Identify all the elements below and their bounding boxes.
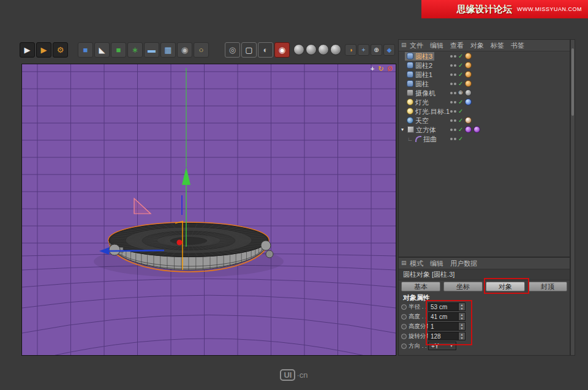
keyframe-dot-icon[interactable] — [401, 324, 407, 329]
enabled-check-icon[interactable] — [458, 72, 463, 78]
camera-icon[interactable]: ◉ — [177, 42, 192, 58]
object-label[interactable]: 灯光.目标.1 — [415, 107, 450, 116]
visibility-dots[interactable] — [450, 129, 456, 131]
camera-target-icon[interactable] — [458, 90, 463, 96]
object-label[interactable]: 扭曲 — [423, 135, 437, 143]
object-label[interactable]: 圆柱2 — [415, 61, 432, 70]
expand-arrow-icon[interactable] — [399, 127, 405, 132]
scrollbar-thumb[interactable] — [571, 48, 574, 116]
keyframe-dot-icon[interactable] — [401, 304, 407, 310]
material-tag-icon[interactable] — [465, 126, 472, 133]
record-icon[interactable]: ◉ — [274, 42, 290, 58]
visibility-dots[interactable] — [450, 119, 456, 122]
object-label[interactable]: 圆柱1 — [415, 70, 432, 79]
menu-view[interactable]: 查看 — [450, 41, 464, 50]
object-row[interactable]: 灯光 — [399, 97, 570, 107]
tab-coord[interactable]: 坐标 — [443, 282, 483, 291]
render-view-icon[interactable]: ▶ — [20, 42, 35, 58]
height-segments-field[interactable] — [428, 322, 459, 331]
snap-icon[interactable]: + — [358, 44, 369, 56]
stepper[interactable] — [459, 332, 466, 340]
render-queue-icon[interactable]: ▶ — [36, 42, 51, 58]
mograph-icon[interactable]: ∗ — [127, 42, 143, 58]
render-region-icon[interactable]: ▢ — [241, 42, 257, 58]
object-label[interactable]: 摄像机 — [415, 89, 435, 97]
axis-lock-icon[interactable]: ⊕ — [371, 44, 382, 56]
enabled-check-icon[interactable] — [458, 108, 463, 114]
enabled-check-icon[interactable] — [458, 118, 463, 124]
phong-tag-icon[interactable] — [465, 62, 472, 69]
protection-tag-icon[interactable] — [465, 89, 472, 96]
orientation-dropdown[interactable]: +Y — [428, 342, 456, 350]
object-row[interactable]: 圆柱1 — [399, 70, 570, 79]
stepper[interactable] — [459, 312, 466, 321]
menu-bookmarks[interactable]: 书签 — [511, 41, 524, 50]
primitive-cube-icon[interactable]: ■ — [78, 42, 93, 58]
object-label[interactable]: 圆柱3 — [415, 52, 432, 61]
object-row[interactable]: 立方体 — [399, 125, 570, 134]
height-field[interactable] — [428, 312, 459, 321]
enabled-check-icon[interactable] — [458, 99, 463, 105]
enabled-check-icon[interactable] — [458, 136, 463, 142]
shading-sphere-icon[interactable] — [293, 44, 304, 55]
object-row[interactable]: 圆柱 — [399, 79, 570, 88]
visibility-dots[interactable] — [450, 83, 456, 85]
move-gizmo-icon[interactable]: + — [371, 65, 374, 73]
tab-caps[interactable]: 封顶 — [528, 282, 567, 291]
display-mode-icon[interactable]: ◐ — [258, 42, 273, 58]
stepper[interactable] — [459, 302, 466, 311]
phong-tag-icon[interactable] — [465, 53, 472, 59]
enabled-check-icon[interactable] — [458, 62, 463, 69]
tab-basic[interactable]: 基本 — [401, 282, 440, 291]
visibility-dots[interactable] — [450, 138, 456, 140]
stepper[interactable] — [459, 322, 466, 331]
ban-gizmo-icon[interactable]: Ø — [387, 65, 393, 73]
menu-edit[interactable]: 编辑 — [430, 41, 443, 50]
menu-tags[interactable]: 标签 — [491, 41, 504, 50]
simulation-icon[interactable]: ▬ — [144, 42, 159, 58]
visibility-dots[interactable] — [450, 101, 456, 103]
enabled-check-icon[interactable] — [458, 81, 463, 87]
pen-tool-icon[interactable]: ◣ — [94, 42, 110, 58]
interactive-render-region-icon[interactable]: ◎ — [225, 42, 240, 58]
rotation-segments-field[interactable] — [428, 332, 459, 340]
enabled-check-icon[interactable] — [458, 127, 463, 133]
rotate-gizmo-icon[interactable]: ↻ — [378, 65, 383, 73]
keyframe-dot-icon[interactable] — [401, 334, 407, 339]
phong-tag-icon[interactable] — [465, 80, 472, 87]
shading-sphere-icon[interactable] — [330, 44, 341, 55]
subdivision-surface-icon[interactable]: ■ — [111, 42, 126, 58]
object-label[interactable]: 立方体 — [416, 126, 436, 134]
light-icon[interactable]: ○ — [194, 42, 209, 58]
target-tag-icon[interactable] — [465, 99, 472, 105]
keyframe-dot-icon[interactable] — [401, 343, 407, 349]
radius-field[interactable] — [428, 302, 459, 311]
menu-user-data[interactable]: 用户数据 — [450, 259, 477, 268]
enabled-check-icon[interactable] — [458, 53, 463, 59]
sky-material-tag-icon[interactable] — [465, 117, 472, 124]
coordinate-system-icon[interactable]: ◑ — [345, 44, 356, 56]
array-icon[interactable]: ▦ — [160, 42, 176, 58]
object-row[interactable]: 扭曲 — [399, 134, 570, 143]
visibility-dots[interactable] — [450, 110, 456, 113]
render-settings-icon[interactable]: ⚙ — [53, 42, 68, 58]
menu-edit[interactable]: 编辑 — [430, 259, 443, 268]
workplane-icon[interactable]: ◆ — [383, 44, 395, 56]
object-row[interactable]: 天空 — [399, 116, 570, 125]
tab-object[interactable]: 对象 — [486, 282, 525, 291]
object-label[interactable]: 灯光 — [415, 98, 429, 107]
material-tag-icon[interactable] — [473, 126, 480, 133]
object-row[interactable]: 灯光.目标.1 — [399, 107, 570, 116]
menu-file[interactable]: 文件 — [410, 41, 423, 50]
visibility-dots[interactable] — [450, 92, 456, 94]
menu-objects[interactable]: 对象 — [470, 41, 484, 50]
object-row[interactable]: 圆柱2 — [399, 61, 570, 70]
object-row[interactable]: 摄像机 — [399, 88, 570, 97]
viewport-canvas[interactable] — [22, 64, 396, 355]
shading-sphere-icon[interactable] — [318, 44, 329, 55]
keyframe-dot-icon[interactable] — [401, 314, 407, 320]
shading-sphere-icon[interactable] — [306, 44, 317, 55]
visibility-dots[interactable] — [450, 64, 456, 67]
object-label[interactable]: 圆柱 — [415, 80, 429, 88]
menu-mode[interactable]: 模式 — [410, 259, 423, 268]
